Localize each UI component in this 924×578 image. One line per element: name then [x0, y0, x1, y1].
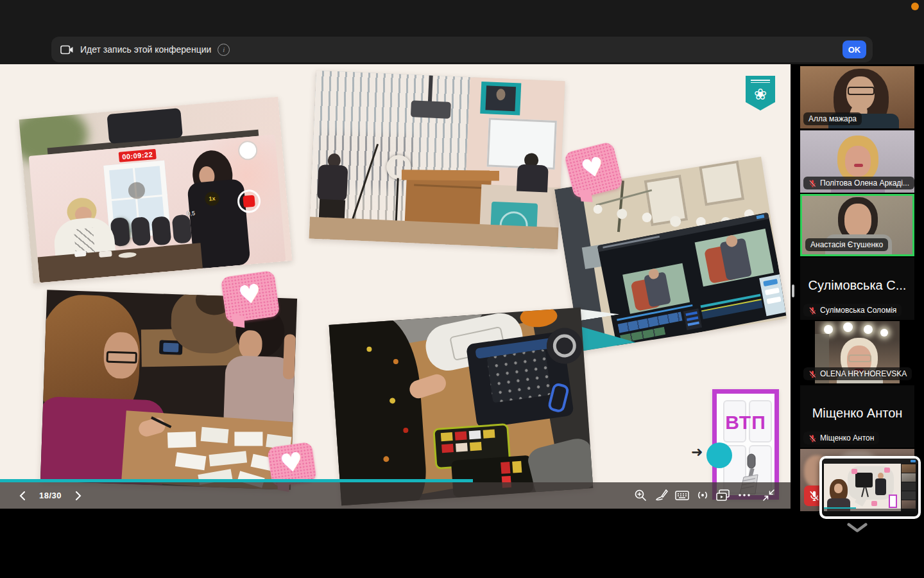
- zoom-in-icon[interactable]: [634, 489, 647, 502]
- door-sticker-label: ВТП: [717, 412, 774, 434]
- keyboard-icon[interactable]: [675, 489, 689, 502]
- participant-tile-alla[interactable]: Алла мажара: [800, 66, 914, 128]
- participant-name-label: Алла мажара: [803, 112, 862, 125]
- participant-name: Анастасія Єтушенко: [810, 240, 883, 249]
- zoom-meeting-window: Идет запись этой конференции i OK: [0, 0, 924, 578]
- slide-photo-classroom: [309, 71, 565, 250]
- presentation-toolbar: 18/30: [0, 482, 791, 509]
- recording-timestamp: 00:09:22: [119, 149, 157, 162]
- muted-mic-icon: [809, 306, 817, 315]
- remote-control-icon[interactable]: [696, 489, 710, 502]
- university-logo: [746, 76, 775, 110]
- participant-name: Алла мажара: [809, 114, 857, 123]
- like-sticker: [220, 270, 280, 324]
- muted-mic-icon: [809, 179, 817, 188]
- muted-mic-icon: [809, 434, 817, 442]
- participant-name: Міщенко Антон: [820, 434, 874, 442]
- participant-display-name: Міщенко Антон: [800, 405, 914, 420]
- participant-tile-anastasiia[interactable]: Анастасія Єтушенко: [800, 194, 914, 256]
- participant-tile-mishchenko[interactable]: Міщенко Антон Міщенко Антон: [800, 385, 914, 448]
- participant-name: OLENA HRYHOREVSKA: [820, 369, 907, 378]
- participant-tile-politova[interactable]: Політова Олена Аркаді...: [800, 130, 914, 193]
- participant-name-label: Міщенко Антон: [803, 432, 879, 444]
- self-view-thumbnail[interactable]: [819, 456, 921, 519]
- editing-laptop-screen: [597, 213, 787, 349]
- participant-name: Політова Олена Аркаді...: [820, 179, 909, 188]
- sidebar-scrollbar[interactable]: [792, 285, 794, 297]
- slide-photo-equipment: [329, 308, 594, 506]
- slide-photo-workshop: [40, 290, 297, 489]
- minimize-icon[interactable]: [762, 489, 775, 502]
- shared-screen-slide: 00:09:22 1x 0,5: [0, 64, 791, 509]
- phone-screen: 00:09:22 1x 0,5: [29, 134, 286, 283]
- previous-slide-button[interactable]: [19, 491, 25, 500]
- participant-name-label: Сулімовська Соломія: [803, 304, 902, 317]
- participant-name-label: OLENA HRYHOREVSKA: [803, 367, 912, 380]
- info-icon[interactable]: i: [218, 44, 230, 56]
- participant-tile-olena[interactable]: OLENA HRYHOREVSKA: [800, 321, 914, 383]
- ok-button[interactable]: OK: [843, 40, 866, 58]
- slide-photo-phone-interview: 00:09:22 1x 0,5: [19, 97, 293, 283]
- door-knob-dot: [706, 442, 732, 468]
- annotate-pen-icon[interactable]: [655, 489, 668, 502]
- camera-zoom-alt: 0,5: [187, 210, 195, 217]
- page-indicator: 18/30: [39, 491, 62, 500]
- notification-text: Идет запись этой конференции: [80, 44, 211, 55]
- screen-recording-dot: [911, 3, 919, 10]
- next-slide-button[interactable]: [76, 491, 81, 500]
- participant-name-label: Анастасія Єтушенко: [805, 238, 888, 251]
- slides-icon[interactable]: [716, 489, 730, 502]
- participant-name-label: Політова Олена Аркаді...: [803, 177, 914, 189]
- recording-camera-icon: [60, 45, 74, 55]
- recording-notification-bar: Идет запись этой конференции i OK: [51, 37, 873, 62]
- muted-mic-icon: [809, 370, 817, 378]
- participant-tile-sulimovska[interactable]: Сулімовська С... Сулімовська Соломія: [800, 258, 914, 320]
- more-icon[interactable]: [737, 489, 751, 502]
- collapse-sidebar-button[interactable]: [843, 518, 871, 538]
- participant-display-name: Сулімовська С...: [800, 277, 914, 292]
- participant-name: Сулімовська Соломія: [820, 306, 896, 315]
- arrow-cursor: ➜: [691, 444, 703, 460]
